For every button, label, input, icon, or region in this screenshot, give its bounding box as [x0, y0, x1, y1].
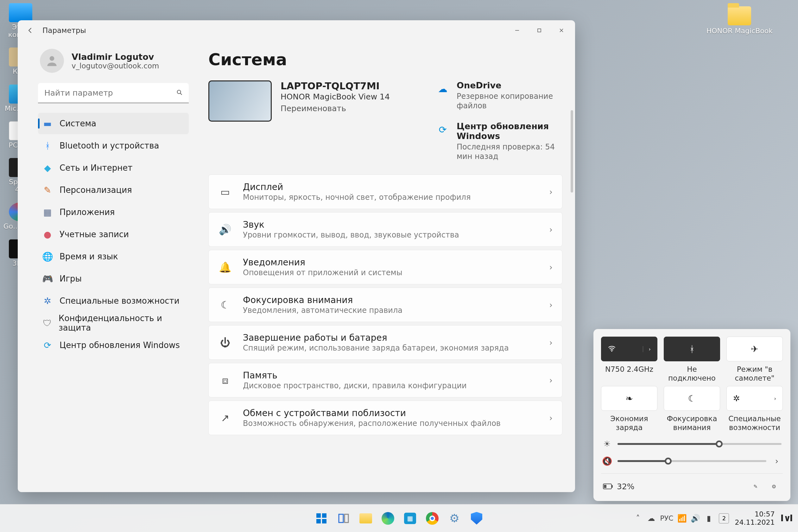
person-icon: ● [42, 229, 53, 240]
setting-title: Уведомления [243, 257, 539, 268]
onedrive-card[interactable]: ☁ OneDrive Резервное копирование файлов [436, 80, 563, 111]
card-title: OneDrive [457, 80, 563, 90]
nav-list: ▬Система ᚼBluetooth и устройства ◆Сеть и… [38, 113, 189, 356]
chevron-right-icon: › [774, 396, 776, 401]
globe-icon: 🌐 [42, 251, 53, 262]
chevron-up-icon: ˄ [636, 514, 640, 523]
gear-icon: ⚙ [772, 483, 776, 490]
qs-wifi-button[interactable]: › [601, 337, 658, 361]
setting-sound[interactable]: 🔊ЗвукУровни громкости, вывод, ввод, звук… [208, 212, 563, 247]
nav-system[interactable]: ▬Система [38, 113, 189, 134]
nav-label: Игры [59, 274, 82, 283]
setting-notifications[interactable]: 🔔УведомленияОповещения от приложений и с… [208, 250, 563, 284]
nav-label: Система [59, 119, 96, 128]
back-button[interactable] [24, 24, 37, 37]
bluetooth-icon: ᚼ [689, 344, 695, 354]
person-icon [45, 54, 59, 68]
task-view-button[interactable] [335, 510, 353, 527]
brand-icon[interactable]: I∨I [780, 513, 793, 524]
tray-volume[interactable]: 🔊 [691, 514, 700, 523]
brightness-row: ☀ [602, 439, 781, 449]
wifi-icon [608, 344, 616, 354]
qs-airplane-button[interactable]: ✈ [726, 337, 783, 361]
apps-icon: ▦ [42, 207, 53, 217]
nav-label: Учетные записи [59, 230, 129, 239]
close-icon [559, 28, 564, 33]
svg-rect-9 [316, 513, 321, 518]
update-icon: ⟳ [436, 122, 450, 136]
setting-display[interactable]: ▭ДисплейМониторы, яркость, ночной свет, … [208, 174, 563, 209]
shield-icon: 🛡 [42, 318, 52, 328]
device-thumbnail[interactable] [208, 80, 272, 121]
nav-label: Время и язык [59, 252, 118, 261]
mute-icon: 🔇 [602, 456, 612, 466]
settings-button[interactable]: ⚙ [767, 479, 781, 493]
chevron-right-icon: › [549, 225, 553, 234]
clock[interactable]: 10:57 24.11.2021 [735, 510, 775, 526]
nav-apps[interactable]: ▦Приложения [38, 202, 189, 223]
device-row: LAPTOP-TQLQT7MI HONOR MagicBook View 14 … [208, 80, 563, 161]
svg-point-3 [177, 90, 181, 94]
tray-onedrive[interactable]: ☁ [647, 514, 656, 523]
nav-bluetooth[interactable]: ᚼBluetooth и устройства [38, 135, 189, 156]
nav-accounts[interactable]: ●Учетные записи [38, 224, 189, 245]
close-button[interactable] [550, 21, 572, 39]
edge-button[interactable] [379, 510, 397, 527]
setting-focus[interactable]: ☾Фокусировка вниманияУведомления, автома… [208, 287, 563, 322]
moon-icon: ☾ [218, 299, 232, 311]
scrollbar[interactable] [571, 110, 573, 192]
tray-overflow-button[interactable]: ˄ [633, 514, 642, 523]
battery-status[interactable]: 32% [603, 482, 634, 491]
windows-update-card[interactable]: ⟳ Центр обновления Windows Последняя про… [436, 121, 563, 161]
volume-slider[interactable] [618, 460, 766, 462]
brightness-slider[interactable] [618, 443, 781, 445]
start-button[interactable] [312, 510, 330, 527]
nav-gaming[interactable]: 🎮Игры [38, 268, 189, 289]
setting-title: Обмен с устройствами поблизости [243, 408, 539, 418]
qs-focus-label: Фокусировка внимания [664, 415, 720, 432]
desktop-folder-honor[interactable]: HONOR MagicBook [706, 6, 773, 36]
qs-battery-saver-button[interactable]: ❧ [601, 386, 658, 411]
qs-wifi-label: N750 2.4GHz [605, 365, 653, 382]
ime-badge[interactable]: 2 [719, 513, 729, 524]
svg-rect-1 [538, 29, 541, 32]
svg-rect-13 [339, 514, 343, 522]
minimize-button[interactable] [506, 21, 528, 39]
power-icon: ⏻ [218, 337, 232, 349]
nav-time-language[interactable]: 🌐Время и язык [38, 246, 189, 267]
chevron-right-icon[interactable]: › [772, 456, 781, 466]
qs-bluetooth-button[interactable]: ᚼ [664, 337, 720, 361]
setting-nearby-share[interactable]: ↗Обмен с устройствами поблизостиВозможно… [208, 401, 563, 435]
pc-manager-button[interactable] [468, 510, 486, 527]
tray-wifi[interactable]: 📶 [678, 514, 686, 523]
window-controls [506, 21, 572, 39]
tray-battery[interactable]: ▮ [704, 514, 713, 523]
qs-bottom-bar: 32% ✎ ⚙ [601, 473, 783, 498]
language-label[interactable]: РУС [660, 514, 673, 522]
maximize-icon [537, 28, 542, 33]
nav-windows-update[interactable]: ⟳Центр обновления Windows [38, 335, 189, 356]
store-button[interactable]: ▦ [401, 510, 419, 527]
settings-taskbar-button[interactable]: ⚙ [445, 510, 463, 527]
edit-button[interactable]: ✎ [748, 479, 762, 493]
qs-accessibility-button[interactable]: ✲› [726, 386, 783, 411]
nav-privacy[interactable]: 🛡Конфиденциальность и защита [38, 312, 189, 334]
leaf-icon: ❧ [625, 393, 633, 404]
explorer-button[interactable] [357, 510, 375, 527]
card-desc: Резервное копирование файлов [457, 92, 563, 111]
nav-personalization[interactable]: ✎Персонализация [38, 179, 189, 201]
setting-storage[interactable]: ⧈ПамятьДисковое пространство, диски, пра… [208, 363, 563, 397]
account-block[interactable]: Vladimir Logutov v_logutov@outlook.com [38, 45, 189, 81]
pencil-icon: ✎ [753, 483, 758, 490]
nav-accessibility[interactable]: ✲Специальные возможности [38, 290, 189, 311]
setting-power[interactable]: ⏻Завершение работы и батареяСпящий режим… [208, 325, 563, 360]
rename-link[interactable]: Переименовать [281, 104, 398, 113]
search-input[interactable] [38, 83, 189, 103]
chrome-button[interactable] [423, 510, 441, 527]
qs-focus-button[interactable]: ☾ [664, 386, 720, 411]
setting-title: Память [243, 370, 539, 381]
nav-network[interactable]: ◆Сеть и Интернет [38, 157, 189, 178]
nav-label: Bluetooth и устройства [59, 141, 159, 150]
volume-row: 🔇 › [602, 456, 781, 466]
maximize-button[interactable] [528, 21, 550, 39]
